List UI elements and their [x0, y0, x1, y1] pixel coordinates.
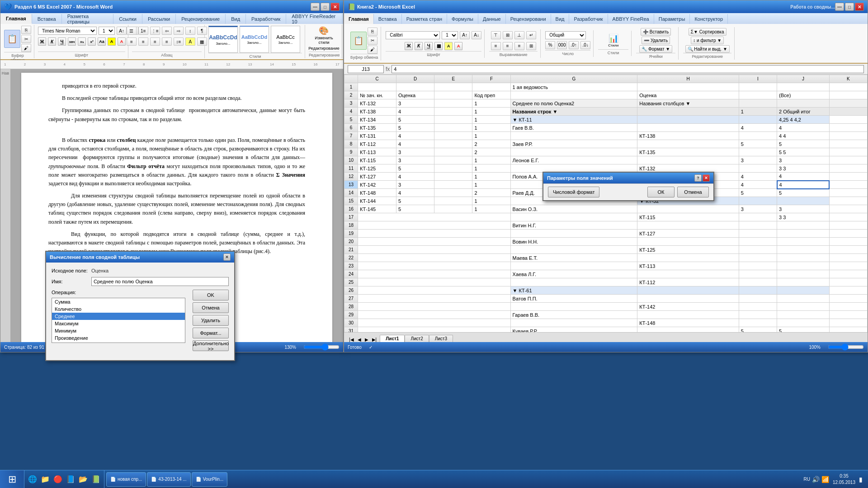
- word-multilevel-btn[interactable]: ⋮≡: [150, 27, 160, 35]
- cell-c27[interactable]: [358, 295, 511, 303]
- cell-k13[interactable]: [829, 181, 867, 189]
- word-dialog-ok-btn[interactable]: OK: [193, 290, 229, 300]
- cell-d15[interactable]: 5: [396, 197, 434, 205]
- cell-e14[interactable]: [434, 189, 472, 197]
- cell-e8[interactable]: [434, 140, 472, 148]
- excel-font-grow-btn[interactable]: A↑: [460, 31, 470, 39]
- cell-e11[interactable]: [434, 164, 472, 173]
- cell-i6[interactable]: 4: [739, 124, 777, 132]
- cell-d8[interactable]: 4: [396, 140, 434, 148]
- cell-e5[interactable]: [434, 116, 472, 124]
- cell-c2[interactable]: № зач. кн.: [358, 91, 396, 99]
- cell-i9[interactable]: [739, 148, 777, 156]
- word-font-size-select[interactable]: 12: [99, 27, 115, 35]
- excel-number-format-select[interactable]: Общий: [545, 31, 586, 39]
- cell-i2[interactable]: [739, 91, 777, 99]
- word-sort-btn[interactable]: ↕: [185, 27, 195, 35]
- excel-format-painter-btn[interactable]: 🖌: [368, 46, 377, 54]
- cell-k20[interactable]: [829, 238, 867, 246]
- word-dialog-operation-list[interactable]: Сумма Количество Среднее Максимум Миниму…: [52, 298, 185, 343]
- word-bold-btn[interactable]: Ж: [38, 38, 46, 46]
- cell-k3[interactable]: [829, 99, 867, 108]
- excel-dialog-close-btn[interactable]: ✕: [703, 174, 710, 182]
- excel-sheet-nav-next[interactable]: ▶: [363, 337, 370, 342]
- cell-j8[interactable]: 5: [777, 140, 830, 148]
- cell-j21[interactable]: [777, 246, 830, 254]
- cell-h7[interactable]: КТ-138: [637, 132, 739, 140]
- cell-h19[interactable]: КТ-127: [637, 230, 739, 238]
- cell-k11[interactable]: [829, 164, 867, 173]
- cell-f16[interactable]: 1: [472, 205, 510, 213]
- cell-i4[interactable]: 1: [739, 108, 777, 116]
- cell-f1[interactable]: [472, 83, 510, 91]
- taskbar-show-desktop-btn[interactable]: ▮: [859, 476, 863, 483]
- cell-f3[interactable]: 1: [472, 99, 510, 108]
- cell-e1[interactable]: [434, 83, 472, 91]
- cell-d14[interactable]: 4: [396, 189, 434, 197]
- excel-maximize-btn[interactable]: □: [845, 3, 854, 11]
- word-tab-dev[interactable]: Разработчик: [246, 14, 286, 24]
- cell-d4[interactable]: 4: [396, 108, 434, 116]
- excel-border-btn[interactable]: ▦: [434, 42, 443, 50]
- word-op-min[interactable]: Минимум: [52, 327, 185, 334]
- word-dialog-format-btn[interactable]: Формат...: [193, 328, 229, 338]
- cell-c21[interactable]: [358, 246, 511, 254]
- cell-j22[interactable]: [777, 254, 830, 262]
- cell-i13[interactable]: 4: [739, 181, 777, 189]
- excel-fill-btn[interactable]: A: [444, 42, 453, 50]
- excel-sheet-tab-3[interactable]: Лист3: [429, 335, 453, 342]
- excel-tab-data[interactable]: Данные: [478, 14, 506, 24]
- excel-col-j[interactable]: J: [777, 75, 830, 83]
- excel-col-d[interactable]: D: [396, 75, 434, 83]
- word-font-color-btn[interactable]: A: [118, 38, 126, 46]
- cell-c20[interactable]: [358, 238, 511, 246]
- cell-h26[interactable]: [637, 286, 739, 295]
- cell-k25[interactable]: [829, 278, 867, 286]
- cell-c15[interactable]: КТ-144: [358, 197, 396, 205]
- cell-j15[interactable]: [777, 197, 830, 205]
- cell-h9[interactable]: КТ-135: [637, 148, 739, 156]
- cell-d7[interactable]: 4: [396, 132, 434, 140]
- excel-copy-btn[interactable]: ⎘: [368, 28, 377, 36]
- cell-f10[interactable]: 1: [472, 156, 510, 164]
- word-close-btn[interactable]: ✕: [330, 3, 340, 11]
- cell-k1[interactable]: [829, 83, 867, 91]
- cell-h25[interactable]: КТ-112: [637, 278, 739, 286]
- cell-g10[interactable]: Леонов Е.Г.: [510, 156, 637, 164]
- cell-h28[interactable]: КТ-142: [637, 303, 739, 311]
- excel-dialog-help-btn[interactable]: ?: [694, 174, 702, 182]
- excel-dialog-cancel-btn[interactable]: Отмена: [677, 187, 709, 197]
- cell-g16[interactable]: Васин О.З.: [510, 205, 637, 213]
- word-editing-btn[interactable]: Редактирование: [308, 46, 340, 51]
- cell-c18[interactable]: [358, 221, 511, 230]
- cell-e4[interactable]: [434, 108, 472, 116]
- taskbar-ie-icon[interactable]: 🌐: [26, 475, 39, 483]
- cell-c10[interactable]: КТ-115: [358, 156, 396, 164]
- cell-i23[interactable]: [739, 262, 777, 270]
- cell-h20[interactable]: [637, 238, 739, 246]
- cell-h1[interactable]: [637, 83, 739, 91]
- cell-g30[interactable]: [510, 319, 637, 327]
- word-minimize-btn[interactable]: —: [311, 3, 320, 11]
- excel-tab-design[interactable]: Конструктор: [690, 14, 728, 24]
- cell-d10[interactable]: 3: [396, 156, 434, 164]
- word-align-left-btn[interactable]: ≡: [127, 38, 137, 46]
- cell-k30[interactable]: [829, 319, 867, 327]
- cell-k23[interactable]: [829, 262, 867, 270]
- excel-left-align-btn[interactable]: ≡: [491, 42, 501, 50]
- cell-c1[interactable]: [358, 83, 396, 91]
- cell-h27[interactable]: [637, 295, 739, 303]
- word-dialog-delete-btn[interactable]: Удалить: [193, 315, 229, 326]
- cell-j18[interactable]: [777, 221, 830, 230]
- cell-c5[interactable]: КТ-134: [358, 116, 396, 124]
- cell-k5[interactable]: [829, 116, 867, 124]
- word-decrease-indent-btn[interactable]: ⇦: [162, 27, 172, 35]
- cell-g4[interactable]: Названия строк ▼: [510, 108, 637, 116]
- excel-close-btn[interactable]: ✕: [855, 3, 864, 11]
- cell-f9[interactable]: 2: [472, 148, 510, 156]
- excel-sheet-nav-first[interactable]: |◀: [348, 337, 355, 342]
- cell-g26[interactable]: ▼ КТ-61: [510, 286, 637, 295]
- cell-i21[interactable]: [739, 246, 777, 254]
- cell-e15[interactable]: [434, 197, 472, 205]
- taskbar-start-btn[interactable]: ⊞: [0, 470, 24, 488]
